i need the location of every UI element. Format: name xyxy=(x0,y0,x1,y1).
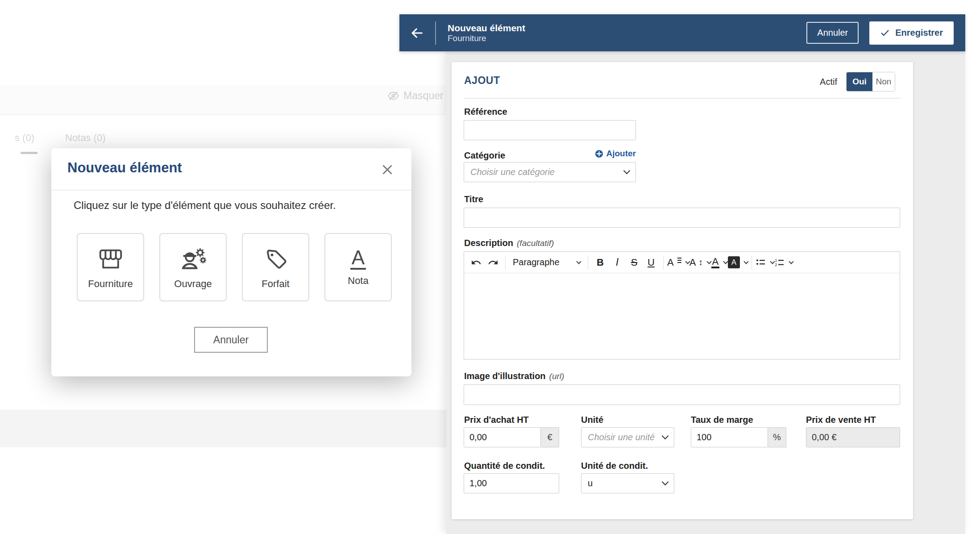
paragraph-style-dropdown[interactable]: Paragraphe xyxy=(509,257,584,267)
unite-label: Unité xyxy=(581,415,603,425)
save-label: Enregistrer xyxy=(895,28,943,38)
type-label: Ouvrage xyxy=(174,278,212,290)
close-icon[interactable] xyxy=(379,162,395,178)
description-editor: Paragraphe B I S U A A↕ xyxy=(464,251,900,359)
chevron-down-icon xyxy=(789,259,793,264)
taux-marge-label: Taux de marge xyxy=(691,415,753,425)
plus-circle-icon xyxy=(595,150,603,158)
titre-label: Titre xyxy=(464,194,483,204)
tag-icon xyxy=(262,245,290,273)
type-label: Fourniture xyxy=(88,278,133,290)
numbered-list-icon: 1 2 xyxy=(774,257,785,268)
back-arrow-icon[interactable] xyxy=(409,25,424,41)
panel-title: Nouveau élément xyxy=(448,22,525,33)
redo-icon[interactable] xyxy=(485,254,502,271)
paragraph-label: Paragraphe xyxy=(513,257,575,267)
actif-toggle: Oui Non xyxy=(846,72,895,92)
check-icon xyxy=(880,28,890,38)
header-divider xyxy=(435,21,436,45)
numbered-list-dropdown[interactable]: 1 2 xyxy=(774,254,793,271)
panel-subtitle: Fourniture xyxy=(448,33,525,44)
unite-select[interactable]: Choisir une unité xyxy=(581,427,674,447)
modal-instruction: Cliquez sur le type d'élément que vous s… xyxy=(74,199,336,212)
strikethrough-button[interactable]: S xyxy=(626,254,643,271)
unite-placeholder: Choisir une unité xyxy=(588,432,663,442)
size-lines-icon xyxy=(677,258,681,263)
worker-gears-icon xyxy=(179,245,207,273)
image-url-label: Image d'illustration(url) xyxy=(464,371,564,381)
image-url-input[interactable] xyxy=(464,384,900,405)
prix-achat-input[interactable] xyxy=(464,427,541,447)
type-label: Forfait xyxy=(262,278,289,290)
svg-text:2: 2 xyxy=(775,263,777,267)
text-color-dropdown[interactable]: A xyxy=(711,254,728,271)
type-card-fourniture[interactable]: Fourniture xyxy=(77,233,144,301)
svg-text:1: 1 xyxy=(775,258,777,263)
reference-label: Référence xyxy=(464,107,507,117)
chevron-down-icon xyxy=(623,167,631,175)
chevron-down-icon xyxy=(576,259,581,264)
bullet-list-icon xyxy=(756,257,766,268)
chevron-down-icon xyxy=(662,433,669,440)
actif-non-button[interactable]: Non xyxy=(872,72,895,91)
prix-vente-input xyxy=(806,427,900,447)
section-divider xyxy=(464,98,901,99)
type-card-ouvrage[interactable]: Ouvrage xyxy=(159,233,227,301)
line-height-dropdown[interactable]: A↕ xyxy=(689,254,711,271)
quantite-condit-label: Quantité de condit. xyxy=(464,461,545,471)
letter-a-underline-icon: A xyxy=(350,248,366,270)
quantite-condit-input[interactable] xyxy=(464,473,559,493)
panel-cancel-button[interactable]: Annuler xyxy=(806,22,859,44)
taux-marge-input[interactable] xyxy=(691,427,768,447)
highlight-a-icon: A xyxy=(728,256,740,268)
unite-condit-select[interactable]: u xyxy=(581,473,674,493)
undo-icon[interactable] xyxy=(468,254,485,271)
bullet-list-dropdown[interactable] xyxy=(756,254,774,271)
type-label: Nota xyxy=(348,275,368,287)
font-size-dropdown[interactable]: A xyxy=(667,254,689,271)
description-label: Description(facultatif) xyxy=(464,238,554,248)
underline-button[interactable]: U xyxy=(643,254,660,271)
image-url-hint: (url) xyxy=(549,371,565,381)
section-title: AJOUT xyxy=(464,75,500,87)
description-hint: (facultatif) xyxy=(517,238,554,248)
reference-input[interactable] xyxy=(464,120,636,140)
modal-title: Nouveau élément xyxy=(67,160,182,176)
ajouter-category-link[interactable]: Ajouter xyxy=(464,149,636,159)
bold-button[interactable]: B xyxy=(592,254,609,271)
italic-button[interactable]: I xyxy=(609,254,626,271)
categorie-select[interactable]: Choisir une catégorie xyxy=(464,162,636,182)
element-type-cards: Fourniture Ouvrage xyxy=(77,233,392,301)
modal-cancel-button[interactable]: Annuler xyxy=(194,327,268,353)
chevron-down-icon xyxy=(743,259,748,264)
prix-achat-label: Prix d'achat HT xyxy=(464,415,529,425)
description-textarea[interactable] xyxy=(464,273,900,359)
prix-vente-label: Prix de vente HT xyxy=(806,415,876,425)
type-card-forfait[interactable]: Forfait xyxy=(242,233,309,301)
titre-input[interactable] xyxy=(464,208,900,228)
storefront-icon xyxy=(97,245,125,273)
form-card: AJOUT Actif Oui Non Référence Catégorie … xyxy=(452,62,913,519)
modal-header-divider xyxy=(51,190,411,191)
screen: Masquer s (0) Notas (0) Nouveau élément … xyxy=(0,0,980,534)
unite-condit-label: Unité de condit. xyxy=(581,461,648,471)
categorie-placeholder: Choisir une catégorie xyxy=(470,167,624,177)
type-card-nota[interactable]: A Nota xyxy=(324,233,392,301)
updown-arrow-icon: ↕ xyxy=(698,258,703,267)
highlight-color-dropdown[interactable]: A xyxy=(728,254,748,271)
actif-oui-button[interactable]: Oui xyxy=(847,72,872,91)
panel-save-button[interactable]: Enregistrer xyxy=(869,21,954,45)
chevron-down-icon xyxy=(662,479,669,486)
euro-addon: € xyxy=(541,427,559,447)
new-element-modal: Nouveau élément Cliquez sur le type d'él… xyxy=(51,148,411,376)
ajouter-label: Ajouter xyxy=(606,149,636,159)
percent-addon: % xyxy=(768,427,786,447)
editor-toolbar: Paragraphe B I S U A A↕ xyxy=(464,252,900,273)
unite-condit-value: u xyxy=(588,478,663,488)
actif-label: Actif xyxy=(820,77,837,87)
panel-header: Nouveau élément Fourniture Annuler Enreg… xyxy=(399,14,965,51)
